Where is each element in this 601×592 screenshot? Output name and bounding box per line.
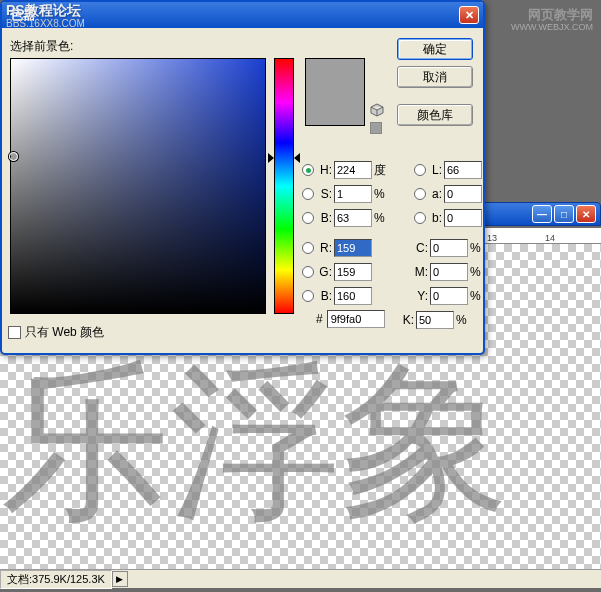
document-window-controls: — □ ✕ [481, 202, 601, 228]
r-radio[interactable] [302, 242, 314, 254]
bblue-label: B: [316, 289, 332, 303]
web-only-label: 只有 Web 颜色 [25, 324, 104, 341]
bb-label: b: [428, 211, 442, 225]
doc-titlebar: — □ ✕ [481, 202, 601, 226]
h-radio[interactable] [302, 164, 314, 176]
h-input[interactable] [334, 161, 372, 179]
watermark-top-right-sub: WWW.WEBJX.COM [511, 22, 593, 32]
web-only-row: 只有 Web 颜色 [8, 324, 104, 341]
status-arrow-icon[interactable]: ▶ [112, 571, 128, 587]
bb-input[interactable] [444, 209, 482, 227]
canvas-artwork-text: 乐浮象 [0, 330, 601, 559]
color-picker-dialog: 色器 ✕ 选择前景色: 确定 取消 颜色库 H: 度 [0, 0, 485, 355]
r-input[interactable] [334, 239, 372, 257]
warning-swatch[interactable] [370, 122, 382, 134]
ruler-tick: 13 [487, 233, 497, 243]
g-label: G: [316, 265, 332, 279]
bv-input[interactable] [334, 209, 372, 227]
color-picker-prompt: 选择前景色: [10, 38, 73, 55]
y-input[interactable] [430, 287, 468, 305]
s-label: S: [316, 187, 332, 201]
dialog-close-button[interactable]: ✕ [459, 6, 479, 24]
r-label: R: [316, 241, 332, 255]
hex-row: # [316, 310, 385, 328]
saturation-brightness-field[interactable] [10, 58, 266, 314]
s-input[interactable] [334, 185, 372, 203]
s-radio[interactable] [302, 188, 314, 200]
dialog-buttons: 确定 取消 颜色库 [397, 38, 473, 126]
color-picker-cursor[interactable] [9, 152, 18, 161]
watermark-top-left-sub: BBS.16XX8.COM [6, 18, 85, 29]
doc-close-button[interactable]: ✕ [576, 205, 596, 223]
color-libraries-button[interactable]: 颜色库 [397, 104, 473, 126]
l-label: L: [428, 163, 442, 177]
status-doc-size: 文档:375.9K/125.3K [0, 570, 112, 589]
k-label: K: [400, 313, 414, 327]
new-color-swatch[interactable] [305, 58, 365, 92]
minimize-button[interactable]: — [532, 205, 552, 223]
a-label: a: [428, 187, 442, 201]
cube-icon [370, 103, 384, 117]
bv-radio[interactable] [302, 212, 314, 224]
hue-slider-thumb-left[interactable] [268, 153, 274, 163]
h-label: H: [316, 163, 332, 177]
hue-slider[interactable] [274, 58, 294, 314]
a-input[interactable] [444, 185, 482, 203]
web-only-checkbox[interactable] [8, 326, 21, 339]
color-value-fields: H: 度 L: S: % a: B: [302, 158, 488, 332]
bb-radio[interactable] [414, 212, 426, 224]
c-label: C: [414, 241, 428, 255]
hex-hash: # [316, 312, 323, 326]
ok-button[interactable]: 确定 [397, 38, 473, 60]
c-input[interactable] [430, 239, 468, 257]
status-bar: 文档:375.9K/125.3K ▶ [0, 569, 601, 588]
k-input[interactable] [416, 311, 454, 329]
a-radio[interactable] [414, 188, 426, 200]
cancel-button[interactable]: 取消 [397, 66, 473, 88]
maximize-button[interactable]: □ [554, 205, 574, 223]
dialog-body: 选择前景色: 确定 取消 颜色库 H: 度 L: [2, 28, 483, 353]
hue-slider-thumb-right[interactable] [294, 153, 300, 163]
current-color-swatch[interactable] [305, 92, 365, 126]
g-radio[interactable] [302, 266, 314, 278]
bblue-radio[interactable] [302, 290, 314, 302]
y-label: Y: [414, 289, 428, 303]
g-input[interactable] [334, 263, 372, 281]
bv-label: B: [316, 211, 332, 225]
ruler-tick: 14 [545, 233, 555, 243]
ruler: 13 14 [481, 228, 601, 244]
l-radio[interactable] [414, 164, 426, 176]
m-input[interactable] [430, 263, 468, 281]
bblue-input[interactable] [334, 287, 372, 305]
hex-input[interactable] [327, 310, 385, 328]
l-input[interactable] [444, 161, 482, 179]
m-label: M: [414, 265, 428, 279]
